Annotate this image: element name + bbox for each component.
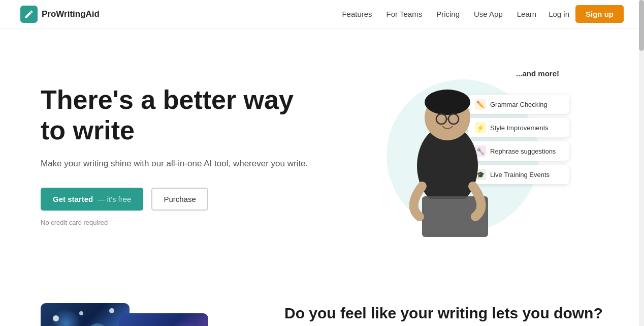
hero-subtitle: Make your writing shine with our all-in-… — [41, 157, 322, 170]
nav-item-pricing[interactable]: Pricing — [436, 10, 460, 19]
no-credit-text: No credit card required — [41, 219, 322, 226]
svg-point-10 — [109, 308, 114, 313]
svg-point-2 — [425, 90, 470, 115]
purchase-button[interactable]: Purchase — [151, 188, 208, 211]
hero-buttons: Get started — it's free Purchase — [41, 188, 322, 211]
nav-link-pricing[interactable]: Pricing — [436, 10, 460, 18]
scrollbar-thumb[interactable] — [639, 0, 644, 51]
logo-text: ProWritingAid — [42, 9, 100, 19]
free-label: — it's free — [97, 195, 131, 203]
signup-button[interactable]: Sign up — [575, 5, 624, 23]
get-started-label: Get started — [53, 195, 93, 203]
nav-links: Features For Teams Pricing Use App Learn — [342, 10, 536, 19]
starry-swirl — [41, 303, 130, 326]
nav-item-for-teams[interactable]: For Teams — [387, 10, 423, 19]
section2-right: Do you feel like your writing lets you d… — [284, 303, 603, 326]
person-svg — [392, 74, 503, 247]
nav-link-use-app[interactable]: Use App — [474, 10, 503, 18]
get-started-button[interactable]: Get started — it's free — [41, 188, 143, 211]
navbar: ProWritingAid Features For Teams Pricing… — [0, 0, 644, 28]
page-scrollbar[interactable] — [639, 0, 644, 326]
nav-item-features[interactable]: Features — [342, 10, 372, 19]
section2-left: My idea in my head — [41, 303, 254, 326]
svg-point-8 — [53, 315, 59, 321]
nav-link-for-teams[interactable]: For Teams — [387, 10, 423, 18]
logo-icon — [20, 6, 38, 23]
hero-left: There's a better way to write Make your … — [41, 85, 322, 226]
svg-point-9 — [79, 311, 83, 315]
login-button[interactable]: Log in — [549, 10, 569, 18]
abstract-svg — [119, 313, 208, 326]
section2-title: Do you feel like your writing lets you d… — [284, 303, 603, 323]
hero-illustration: ...and more! — [366, 64, 559, 247]
section2-images: My idea in my head — [41, 303, 218, 326]
nav-link-learn[interactable]: Learn — [517, 10, 536, 18]
nav-link-features[interactable]: Features — [342, 10, 372, 18]
blue-abstract-image — [119, 313, 208, 326]
nav-item-use-app[interactable]: Use App — [474, 10, 503, 19]
hero-title: There's a better way to write — [41, 85, 322, 146]
hero-section: There's a better way to write Make your … — [0, 28, 644, 273]
starry-night-image — [41, 303, 130, 326]
nav-item-learn[interactable]: Learn — [517, 10, 536, 19]
logo-area[interactable]: ProWritingAid — [20, 6, 100, 23]
and-more-label: ...and more! — [516, 69, 559, 78]
starry-svg — [41, 303, 130, 326]
section2: My idea in my head Do you feel like your… — [0, 273, 644, 326]
hero-right: ...and more! — [322, 59, 603, 252]
